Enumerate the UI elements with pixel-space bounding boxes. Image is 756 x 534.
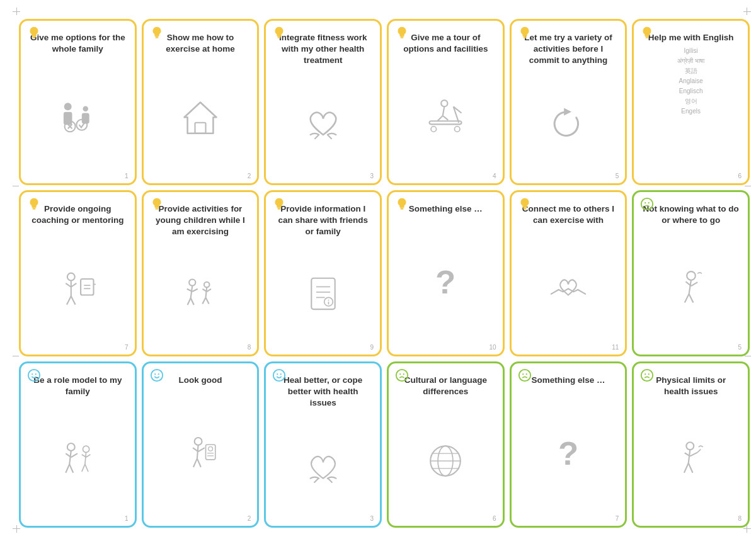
card-corner-icon-card-16 bbox=[395, 368, 409, 382]
card-number-card-1: 1 bbox=[125, 173, 129, 179]
svg-point-128 bbox=[641, 370, 653, 381]
card-card-15[interactable]: Heal better, or cope better with health … bbox=[264, 361, 382, 528]
svg-rect-34 bbox=[32, 208, 36, 208]
card-title-card-1: Give me options for the whole family bbox=[27, 32, 129, 55]
svg-rect-11 bbox=[155, 37, 158, 38]
card-icon-card-1 bbox=[56, 60, 99, 177]
svg-rect-5 bbox=[82, 113, 89, 124]
svg-line-40 bbox=[67, 296, 71, 305]
svg-line-115 bbox=[328, 479, 332, 483]
card-number-card-13: 1 bbox=[125, 515, 129, 522]
svg-point-74 bbox=[641, 198, 653, 210]
card-number-card-2: 2 bbox=[248, 173, 251, 179]
card-card-10[interactable]: Something else … ? 10 bbox=[387, 190, 505, 356]
card-corner-icon-card-14 bbox=[150, 368, 164, 382]
card-number-card-9: 9 bbox=[370, 344, 374, 351]
svg-point-130 bbox=[648, 373, 650, 375]
crop-mark bbox=[16, 8, 17, 15]
svg-point-101 bbox=[195, 438, 202, 445]
card-number-card-12: 5 bbox=[738, 344, 742, 351]
svg-point-116 bbox=[396, 370, 408, 381]
card-corner-icon-card-10 bbox=[395, 197, 409, 211]
svg-rect-15 bbox=[278, 37, 281, 38]
card-card-7[interactable]: Provide ongoing coaching or mentoring 7 bbox=[19, 190, 137, 356]
svg-rect-61 bbox=[278, 208, 281, 209]
card-corner-icon-card-8 bbox=[150, 197, 164, 211]
svg-point-36 bbox=[67, 273, 75, 281]
svg-line-16 bbox=[314, 135, 319, 139]
card-title-card-6: Help me with English bbox=[646, 32, 736, 43]
card-card-17[interactable]: Something else … ? 7 bbox=[510, 361, 627, 528]
card-card-2[interactable]: Show me how to exercise at home 2 bbox=[142, 19, 260, 185]
svg-point-84 bbox=[32, 373, 33, 375]
svg-rect-18 bbox=[400, 37, 404, 37]
card-card-9[interactable]: Provide information I can share with fri… bbox=[264, 190, 382, 356]
svg-line-94 bbox=[82, 464, 85, 472]
svg-rect-3 bbox=[64, 112, 72, 125]
card-card-5[interactable]: Let me try a variety of activities befor… bbox=[510, 19, 627, 185]
card-number-card-5: 5 bbox=[616, 173, 619, 179]
svg-line-103 bbox=[193, 458, 197, 467]
svg-point-54 bbox=[204, 282, 210, 288]
card-card-1[interactable]: Give me options for the whole family 1 bbox=[19, 19, 137, 185]
card-corner-icon-card-3 bbox=[272, 26, 286, 40]
card-title-card-7: Provide ongoing coaching or mentoring bbox=[27, 203, 129, 226]
svg-point-27 bbox=[431, 127, 437, 132]
svg-point-113 bbox=[280, 373, 282, 375]
svg-line-51 bbox=[191, 298, 194, 305]
card-card-18[interactable]: Physical limits or health issues 8 bbox=[632, 361, 750, 528]
svg-rect-35 bbox=[33, 208, 36, 209]
card-number-card-6: 6 bbox=[738, 173, 742, 179]
svg-line-82 bbox=[691, 282, 697, 286]
card-card-4[interactable]: Give me a tour of options and facilities… bbox=[387, 19, 505, 185]
svg-point-85 bbox=[35, 373, 37, 375]
svg-rect-73 bbox=[523, 208, 526, 209]
svg-rect-0 bbox=[32, 37, 36, 37]
row-divider bbox=[13, 186, 19, 186]
card-card-3[interactable]: Integrate fitness work with my other hea… bbox=[264, 19, 382, 185]
svg-line-97 bbox=[86, 455, 91, 457]
card-card-8[interactable]: Provide activities for young children wh… bbox=[142, 190, 260, 356]
card-title-card-4: Give me a tour of options and facilities bbox=[395, 32, 496, 55]
svg-rect-19 bbox=[401, 37, 404, 38]
card-title-card-17: Something else … bbox=[529, 375, 607, 386]
card-icon-card-12 bbox=[670, 231, 713, 348]
card-card-13[interactable]: Be a role model to my family 1 bbox=[19, 361, 137, 528]
svg-rect-60 bbox=[278, 208, 282, 208]
card-corner-icon-card-9 bbox=[272, 197, 286, 211]
card-number-card-18: 8 bbox=[738, 515, 742, 522]
svg-line-80 bbox=[689, 294, 693, 303]
svg-line-104 bbox=[197, 458, 201, 467]
card-grid: Give me options for the whole family 1 S… bbox=[19, 19, 750, 528]
svg-line-106 bbox=[198, 448, 205, 452]
svg-point-111 bbox=[273, 370, 285, 381]
svg-line-24 bbox=[443, 107, 445, 116]
svg-line-59 bbox=[207, 289, 211, 292]
svg-line-136 bbox=[690, 453, 697, 457]
svg-line-50 bbox=[188, 298, 191, 305]
card-card-6[interactable]: Help me with EnglishIgilisiअंग्रेज़ी भाष… bbox=[632, 19, 750, 185]
svg-line-26 bbox=[443, 116, 449, 120]
svg-line-78 bbox=[689, 280, 690, 294]
card-card-16[interactable]: Cultural or language differences 6 bbox=[387, 361, 505, 528]
card-icon-card-15 bbox=[302, 414, 345, 520]
card-title-card-14: Look good bbox=[176, 375, 225, 386]
card-title-card-2: Show me how to exercise at home bbox=[150, 32, 251, 55]
svg-point-2 bbox=[64, 103, 72, 111]
svg-line-95 bbox=[85, 464, 88, 472]
card-card-11[interactable]: Connect me to others I can exercise with… bbox=[510, 190, 627, 356]
card-card-14[interactable]: Look good 2 bbox=[142, 361, 260, 528]
svg-text:?: ? bbox=[558, 435, 578, 472]
card-icon-card-5 bbox=[547, 72, 590, 177]
svg-line-55 bbox=[205, 288, 207, 298]
svg-rect-72 bbox=[523, 208, 527, 208]
svg-point-108 bbox=[209, 447, 213, 452]
svg-point-125 bbox=[522, 373, 524, 375]
svg-line-79 bbox=[684, 294, 689, 303]
card-number-card-7: 7 bbox=[125, 344, 129, 351]
crop-mark bbox=[16, 525, 17, 533]
card-number-card-4: 4 bbox=[493, 173, 496, 179]
svg-point-28 bbox=[455, 127, 461, 132]
card-card-12[interactable]: Not knowing what to do or where to go 5 bbox=[632, 190, 750, 356]
card-icon-card-7 bbox=[56, 231, 99, 348]
